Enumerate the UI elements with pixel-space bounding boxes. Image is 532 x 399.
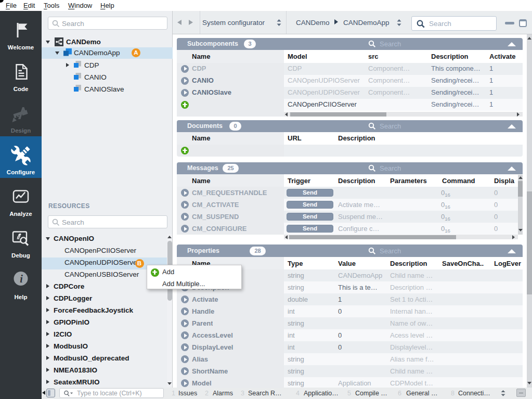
svg-text:i: i: [20, 273, 23, 285]
